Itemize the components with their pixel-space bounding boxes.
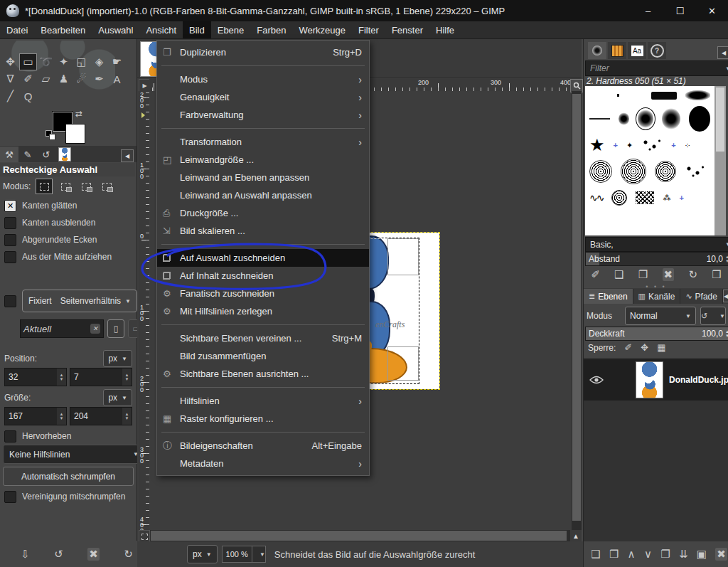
mode-add-button[interactable] — [58, 179, 73, 194]
kanten-ausblenden-checkbox[interactable] — [4, 217, 16, 229]
spinner-arrows-icon[interactable]: ▲▼ — [57, 408, 66, 425]
menu-item-transformation[interactable]: Transformation› — [157, 133, 369, 151]
layer-row[interactable]: DonaldDuck.jp — [584, 359, 728, 401]
brush-item[interactable] — [685, 164, 706, 179]
refresh-brushes-icon[interactable]: ↻ — [688, 268, 697, 281]
brush-spacing-slider[interactable]: Abstand 10,0 ▲▼ — [585, 252, 728, 266]
lock-alpha-icon[interactable]: ▦ — [657, 342, 665, 353]
brush-item[interactable]: ★ — [589, 137, 605, 153]
lock-position-icon[interactable]: ✥ — [641, 342, 648, 353]
tab-brushes[interactable] — [588, 42, 606, 59]
mode-subtract-button[interactable] — [78, 179, 94, 194]
close-button[interactable]: ✕ — [696, 0, 728, 21]
delete-layer-icon[interactable]: ✖ — [715, 548, 727, 561]
duplicate-layer-icon[interactable]: ❐ — [660, 548, 670, 561]
menubar-item-hilfe[interactable]: Hilfe — [429, 21, 461, 38]
bucket-fill-tool[interactable]: ∇ — [1, 70, 19, 88]
dock-collapse-icon[interactable]: ◀ — [121, 149, 134, 162]
open-brush-icon[interactable]: ❒ — [712, 268, 721, 281]
brush-item[interactable]: ✦ — [626, 141, 633, 150]
menu-item-modus[interactable]: Modus› — [157, 70, 369, 88]
clone-tool[interactable]: ♟ — [55, 70, 73, 88]
brush-item[interactable]: ∿∿ — [589, 192, 603, 203]
selection-handle[interactable] — [387, 346, 419, 381]
new-layer-group-icon[interactable]: ❒ — [609, 548, 619, 561]
abgerundete-ecken-checkbox[interactable] — [4, 234, 16, 246]
vertical-ruler[interactable]: 2001000100200300400 — [139, 91, 150, 530]
restore-preset-icon[interactable]: ↺ — [54, 548, 63, 561]
brush-item[interactable] — [651, 92, 677, 100]
layer-mode-select[interactable]: Normal ▼ — [625, 307, 696, 325]
brush-item[interactable] — [617, 94, 619, 97]
spinner-arrows-icon[interactable]: ▲▼ — [122, 408, 132, 425]
brush-scrollbar-thumb[interactable] — [716, 88, 724, 152]
vertical-scrollbar-thumb[interactable] — [572, 94, 581, 521]
tab-tool-options[interactable]: ⚒ — [0, 147, 18, 162]
menubar-item-bild[interactable]: Bild — [183, 21, 211, 38]
position-unit-select[interactable]: px ▼ — [103, 350, 132, 367]
minimize-button[interactable]: – — [632, 0, 664, 21]
move-tool[interactable]: ✥ — [1, 53, 19, 70]
tab-undo-history[interactable]: ↺ — [37, 147, 55, 162]
menu-item-sichtbare-ebenen-vereinen[interactable]: Sichtbare Ebenen vereinen ...Strg+M — [157, 329, 369, 347]
brush-item-selected[interactable] — [638, 110, 653, 128]
new-brush-icon[interactable]: ❑ — [614, 268, 623, 281]
fuzzy-select-tool[interactable]: ✦ — [55, 53, 73, 70]
edit-brush-icon[interactable]: ✐ — [591, 268, 600, 281]
layer-mask-icon[interactable]: ▣ — [697, 548, 707, 561]
raise-layer-icon[interactable]: ∧ — [628, 548, 636, 561]
color-picker-tool[interactable]: ╱ — [1, 88, 19, 105]
menu-item-genauigkeit[interactable]: Genauigkeit› — [157, 88, 369, 106]
brush-item[interactable] — [685, 90, 710, 100]
fixed-aspect-group[interactable]: Fixiert Seitenverhältnis ▼ — [22, 290, 137, 312]
text-tool[interactable]: A — [108, 70, 126, 88]
menu-item-bild-skalieren[interactable]: ⇲Bild skalieren ... — [157, 222, 369, 240]
brush-item[interactable] — [689, 106, 711, 132]
brush-grid[interactable]: ★+✦+⁘∿∿⁂+ — [585, 86, 714, 235]
tab-patterns[interactable] — [608, 42, 626, 59]
menu-item-leinwand-an-ebenen-anpassen[interactable]: Leinwand an Ebenen anpassen — [157, 169, 369, 186]
menu-item-leinwandgröße[interactable]: ◰Leinwandgröße ... — [157, 151, 369, 169]
aspect-ratio-input[interactable]: Aktuell ✕ — [20, 319, 104, 338]
menu-item-auf-auswahl-zuschneiden[interactable]: Auf Auswahl zuschneiden — [157, 249, 369, 267]
menubar-item-ansicht[interactable]: Ansicht — [139, 21, 183, 38]
spinner-arrows-icon[interactable]: ▲▼ — [725, 329, 728, 338]
brush-item[interactable]: ⁂ — [663, 194, 670, 203]
position-x-input[interactable]: 32 ▲▼ — [4, 368, 67, 386]
menu-item-druckgröße[interactable]: ⎙Druckgröße ... — [157, 204, 369, 222]
menu-item-metadaten[interactable]: Metadaten› — [157, 455, 369, 472]
selection-handle[interactable] — [387, 238, 419, 275]
brush-item[interactable] — [641, 138, 663, 152]
duplicate-brush-icon[interactable]: ❐ — [638, 268, 648, 281]
spinner-arrows-icon[interactable]: ▲▼ — [122, 369, 132, 386]
brush-item[interactable] — [611, 190, 627, 206]
menu-item-hilfslinien[interactable]: Hilfslinien› — [157, 392, 369, 410]
menubar-item-ebene[interactable]: Ebene — [211, 21, 251, 38]
tab-ebenen[interactable]: ≣Ebenen — [584, 289, 633, 304]
handle-transform-tool[interactable]: ☛ — [108, 53, 126, 70]
paintbrush-tool[interactable]: ✐ — [19, 70, 37, 88]
portrait-orientation-button[interactable]: ▯ — [107, 319, 124, 338]
brush-item[interactable] — [589, 160, 612, 183]
maximize-button[interactable]: ☐ — [664, 0, 696, 21]
spinner-arrows-icon[interactable]: ▲▼ — [57, 369, 66, 386]
aus-der-mitte-aufziehen-checkbox[interactable] — [4, 251, 16, 263]
paths-tool[interactable]: ✒ — [90, 70, 108, 88]
navigation-preview-icon[interactable]: ▲ — [570, 530, 582, 541]
tab-fonts[interactable]: Aa — [628, 42, 646, 59]
brush-filter-input[interactable]: Filter ▼ — [585, 60, 728, 76]
free-select-tool[interactable]: ➰ — [37, 53, 55, 70]
clear-icon[interactable]: ✕ — [90, 324, 100, 334]
spinner-arrows-icon[interactable]: ▲▼ — [725, 255, 728, 263]
horizontal-scrollbar[interactable] — [149, 530, 570, 541]
layer-thumbnail[interactable] — [636, 361, 663, 398]
menu-item-duplizieren[interactable]: ❐DuplizierenStrg+D — [157, 43, 369, 61]
tab-kanäle[interactable]: ▥Kanäle — [633, 289, 681, 304]
crop-tool[interactable]: ◱ — [73, 53, 90, 70]
rectangle-select-tool[interactable]: ▭ — [19, 53, 37, 70]
tab-image-thumbnail[interactable] — [55, 147, 74, 162]
menu-item-auf-inhalt-zuschneiden[interactable]: Auf Inhalt zuschneiden — [157, 267, 369, 285]
brush-item[interactable] — [662, 108, 680, 129]
smudge-tool[interactable]: ☄ — [73, 70, 90, 88]
menubar-item-bearbeiten[interactable]: Bearbeiten — [34, 21, 92, 38]
